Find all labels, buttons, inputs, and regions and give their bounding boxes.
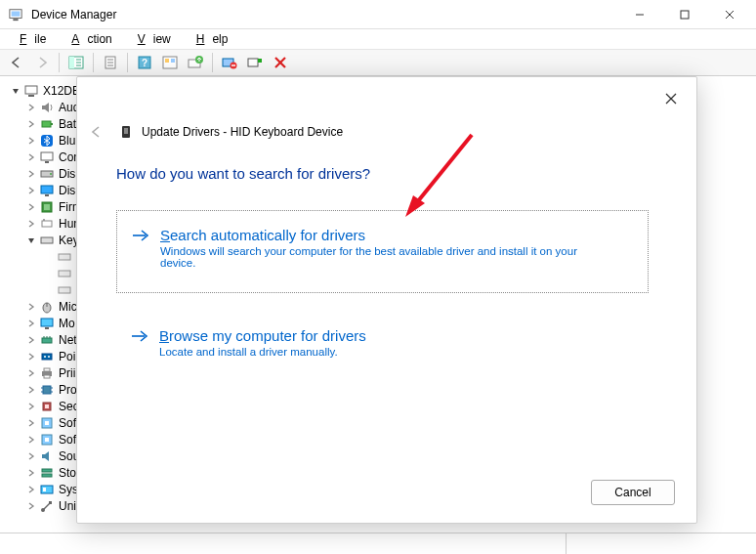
chevron-down-icon[interactable] — [10, 85, 21, 97]
scan-hardware-button[interactable] — [158, 51, 182, 74]
hid-icon — [39, 216, 55, 232]
chevron-right-icon[interactable] — [25, 151, 37, 163]
svg-rect-79 — [49, 501, 52, 504]
option-title: Browse my computer for drivers — [159, 327, 631, 344]
maximize-button[interactable] — [662, 0, 707, 29]
chevron-right-icon[interactable] — [25, 201, 37, 213]
svg-point-37 — [50, 173, 52, 175]
uninstall-button[interactable] — [218, 51, 241, 74]
tree-item-label: Sof — [59, 416, 76, 430]
update-driver-dialog: Update Drivers - HID Keyboard Device How… — [76, 76, 697, 524]
forward-button[interactable] — [30, 51, 54, 74]
svg-rect-2 — [13, 19, 18, 21]
chevron-right-icon[interactable] — [25, 102, 37, 113]
computer-icon — [23, 83, 39, 99]
svg-rect-54 — [42, 338, 52, 343]
chevron-right-icon[interactable] — [25, 401, 37, 412]
chevron-right-icon[interactable] — [25, 118, 37, 130]
menu-view[interactable]: View — [122, 30, 179, 48]
chevron-right-icon[interactable] — [25, 450, 37, 462]
disable-device-button[interactable] — [269, 51, 292, 74]
svg-rect-63 — [44, 375, 50, 378]
chevron-right-icon[interactable] — [25, 135, 37, 147]
storage-icon — [39, 465, 55, 481]
chevron-right-icon[interactable] — [25, 484, 37, 495]
chevron-down-icon[interactable] — [25, 234, 37, 246]
svg-rect-31 — [42, 121, 51, 127]
network-icon — [39, 332, 55, 348]
svg-text:?: ? — [142, 58, 147, 68]
svg-rect-52 — [41, 319, 53, 326]
chevron-right-icon[interactable] — [25, 384, 37, 396]
keyboard-icon — [57, 249, 72, 265]
option-description: Windows will search your computer for th… — [160, 245, 590, 269]
svg-rect-58 — [42, 354, 52, 360]
help-button[interactable]: ? — [133, 51, 156, 74]
chevron-right-icon[interactable] — [25, 367, 37, 379]
disk-icon — [39, 166, 55, 182]
tree-item-label: Sof — [59, 433, 76, 447]
chevron-right-icon[interactable] — [25, 351, 37, 362]
back-button[interactable] — [5, 51, 28, 74]
svg-rect-32 — [51, 123, 53, 125]
port-icon — [39, 349, 55, 364]
svg-rect-19 — [165, 59, 169, 63]
tree-item-label: Mic — [59, 300, 77, 314]
svg-rect-29 — [25, 86, 37, 94]
keyboard-icon — [39, 233, 55, 248]
svg-rect-73 — [42, 469, 52, 472]
cancel-button[interactable]: Cancel — [591, 480, 675, 505]
menu-action[interactable]: Action — [56, 30, 119, 48]
svg-rect-47 — [59, 254, 70, 260]
close-button[interactable] — [707, 0, 752, 29]
spacer — [43, 251, 55, 263]
processor-icon — [39, 382, 55, 398]
browse-computer-option[interactable]: Browse my computer for drivers Locate an… — [116, 312, 649, 395]
window-title: Device Manager — [31, 8, 617, 21]
chevron-right-icon[interactable] — [25, 500, 37, 512]
search-automatically-option[interactable]: Search automatically for drivers Windows… — [116, 210, 649, 293]
update-driver-button[interactable] — [184, 51, 207, 74]
chevron-right-icon[interactable] — [25, 467, 37, 479]
mouse-icon — [39, 299, 55, 315]
chevron-right-icon[interactable] — [25, 318, 37, 329]
security-icon — [39, 399, 55, 414]
svg-point-60 — [48, 356, 50, 358]
software-icon — [39, 432, 55, 447]
tree-item-label: Blu — [59, 134, 75, 148]
show-hide-tree-button[interactable] — [64, 51, 88, 74]
chevron-right-icon[interactable] — [25, 417, 37, 429]
battery-icon — [39, 116, 55, 132]
svg-rect-35 — [45, 161, 49, 163]
svg-rect-41 — [44, 204, 50, 210]
display-icon — [39, 183, 55, 198]
chevron-right-icon[interactable] — [25, 185, 37, 196]
firmware-icon — [39, 199, 55, 215]
properties-button[interactable] — [99, 51, 122, 74]
svg-rect-26 — [248, 59, 258, 66]
tree-item-label: Disl — [59, 167, 78, 181]
menu-help[interactable]: Help — [181, 30, 236, 48]
dialog-back-button[interactable] — [83, 120, 110, 144]
chevron-right-icon[interactable] — [25, 301, 37, 313]
chevron-right-icon[interactable] — [25, 168, 37, 180]
tree-item-label: Sys — [59, 483, 78, 496]
keyboard-icon — [57, 266, 72, 281]
tree-item-label: Net — [59, 333, 77, 347]
arrow-right-icon — [131, 229, 150, 245]
dialog-close-button[interactable] — [655, 85, 687, 112]
bluetooth-icon — [39, 133, 55, 149]
printer-icon — [39, 365, 55, 381]
svg-rect-4 — [681, 11, 689, 19]
chevron-right-icon[interactable] — [25, 218, 37, 230]
svg-rect-8 — [69, 57, 74, 68]
usb-icon — [39, 498, 55, 514]
svg-rect-64 — [43, 386, 51, 394]
svg-rect-1 — [12, 11, 21, 16]
chevron-right-icon[interactable] — [25, 334, 37, 346]
tree-item-label: Poi — [59, 350, 75, 363]
minimize-button[interactable] — [617, 0, 662, 29]
chevron-right-icon[interactable] — [25, 434, 37, 446]
menu-file[interactable]: File — [4, 30, 54, 48]
enable-device-button[interactable] — [243, 51, 267, 74]
